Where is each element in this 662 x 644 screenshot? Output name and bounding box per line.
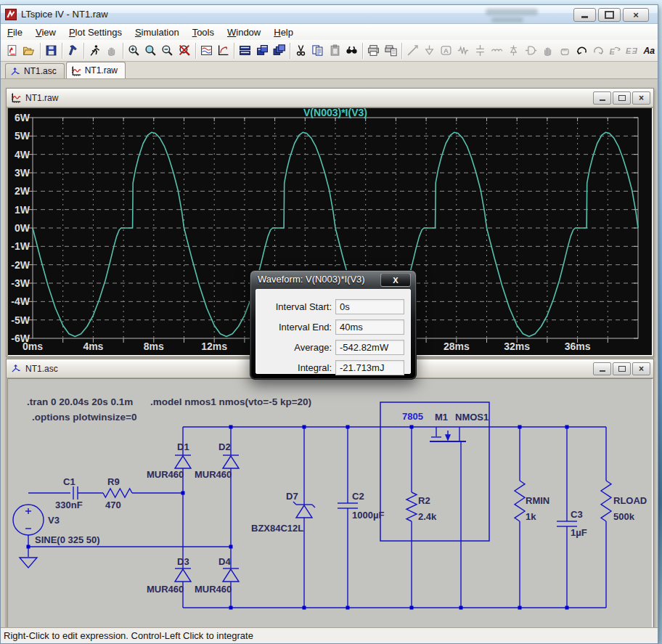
resistor-symbol[interactable] xyxy=(406,492,417,521)
axis-settings-button[interactable] xyxy=(215,42,232,60)
menu-item-view[interactable]: View xyxy=(29,25,62,39)
spice-directive[interactable]: .model nmos1 nmos(vto=-5 kp=20) xyxy=(150,396,311,407)
maximize-icon xyxy=(605,11,614,19)
control-panel-button[interactable] xyxy=(65,42,81,60)
sch-label-rmin[interactable]: RMIN xyxy=(526,495,549,506)
sch-label-2-4k[interactable]: 2.4k xyxy=(418,511,437,522)
ground-symbol[interactable] xyxy=(20,558,37,568)
zener-tail[interactable] xyxy=(293,502,296,505)
minimize-button[interactable] xyxy=(593,362,611,375)
sch-label-500k[interactable]: 500k xyxy=(613,511,635,522)
sch-label-mur460[interactable]: MUR460 xyxy=(195,584,232,595)
close-button[interactable]: × xyxy=(632,362,650,375)
junction-dot xyxy=(565,606,569,610)
dialog-field-value[interactable]: 0s xyxy=(335,299,404,314)
tile-horizontal-icon xyxy=(239,44,251,57)
tab-nt1-raw[interactable]: NT1.raw xyxy=(66,62,126,78)
text-button[interactable]: Aa xyxy=(641,42,658,60)
waveform-stats-dialog[interactable]: Waveform: V(N003)*I(V3) X Interval Start… xyxy=(250,270,417,380)
sch-label-nmos1[interactable]: NMOS1 xyxy=(455,412,489,423)
waveform-window-title-bar[interactable]: NT1.raw × xyxy=(7,89,653,107)
text-icon: Aa xyxy=(643,44,655,57)
sch-label-d2[interactable]: D2 xyxy=(218,441,231,452)
diode-symbol[interactable] xyxy=(175,569,191,582)
sch-label-r2[interactable]: R2 xyxy=(418,495,430,506)
maximize-button[interactable] xyxy=(613,91,631,105)
schematic-canvas[interactable]: .tran 0 20.04s 20s 0.1m.options plotwins… xyxy=(7,378,653,627)
zoom-off-button[interactable] xyxy=(176,42,192,60)
sch-label-r9[interactable]: R9 xyxy=(107,476,120,487)
resistor-symbol[interactable] xyxy=(515,481,525,521)
menu-item-file[interactable]: File xyxy=(1,25,29,39)
sch-label-1000-f[interactable]: 1000µF xyxy=(352,510,384,521)
zoom-out-button[interactable] xyxy=(159,42,176,60)
sch-label-rload[interactable]: RLOAD xyxy=(613,495,647,506)
sch-label-mur460[interactable]: MUR460 xyxy=(147,584,184,595)
new-schematic-button[interactable] xyxy=(4,42,20,60)
minimize-button[interactable] xyxy=(593,91,611,105)
resistor-symbol[interactable] xyxy=(601,481,611,521)
undo-button[interactable] xyxy=(573,42,589,60)
spice-directive[interactable]: .options plotwinsize=0 xyxy=(32,412,136,423)
sch-label-c1[interactable]: C1 xyxy=(63,476,75,487)
find-button[interactable] xyxy=(343,42,360,60)
menu-item-help[interactable]: Help xyxy=(267,25,300,39)
toolbar-separator xyxy=(401,43,402,59)
sch-label-470[interactable]: 470 xyxy=(105,500,121,510)
sch-label-bzx84c12l[interactable]: BZX84C12L xyxy=(251,523,303,534)
diode-symbol[interactable] xyxy=(223,456,239,468)
zener-tail[interactable] xyxy=(312,505,315,508)
menu-item-plot-settings[interactable]: Plot Settings xyxy=(62,25,128,39)
print-button[interactable] xyxy=(365,42,382,60)
sch-label-m1[interactable]: M1 xyxy=(435,412,448,423)
diode-symbol[interactable] xyxy=(296,505,312,518)
sch-label-mur460[interactable]: MUR460 xyxy=(195,469,232,480)
sch-label-mur460[interactable]: MUR460 xyxy=(147,469,184,480)
sch-label-c3[interactable]: C3 xyxy=(571,509,583,520)
save-button[interactable] xyxy=(43,42,60,60)
sch-label-330nf[interactable]: 330nF xyxy=(55,500,83,510)
minimize-button[interactable] xyxy=(573,8,596,22)
maximize-button[interactable] xyxy=(613,362,631,375)
sch-label-1-f[interactable]: 1µF xyxy=(571,527,587,538)
menu-item-window[interactable]: Window xyxy=(221,25,267,39)
maximize-button[interactable] xyxy=(598,8,621,22)
waveform-icon xyxy=(11,92,22,103)
dialog-field-value[interactable]: 40ms xyxy=(335,319,404,335)
schematic-wires[interactable] xyxy=(13,402,611,608)
cascade-button[interactable] xyxy=(271,42,287,60)
print-preview-button[interactable] xyxy=(382,42,399,60)
cut-button[interactable] xyxy=(293,42,309,60)
open-file-button[interactable] xyxy=(20,42,37,60)
diode-symbol[interactable] xyxy=(223,569,239,582)
tile-vertical-button[interactable] xyxy=(253,42,270,60)
close-button[interactable]: × xyxy=(623,8,649,22)
open-file-icon xyxy=(23,44,35,57)
zoom-in-button[interactable] xyxy=(126,42,142,60)
sch-label-v3[interactable]: V3 xyxy=(48,515,60,526)
zoom-full-button[interactable] xyxy=(142,42,159,60)
sch-label-c2[interactable]: C2 xyxy=(352,491,364,502)
sch-label-d4[interactable]: D4 xyxy=(218,556,231,567)
menu-item-tools[interactable]: Tools xyxy=(186,25,221,39)
diode-symbol[interactable] xyxy=(175,456,191,468)
dialog-close-button[interactable]: X xyxy=(380,273,411,287)
close-button[interactable]: × xyxy=(632,91,650,105)
title-bar[interactable]: LTspice IV - NT1.raw × xyxy=(1,5,658,24)
sch-label-1k[interactable]: 1k xyxy=(526,511,536,522)
tile-horizontal-button[interactable] xyxy=(237,42,253,60)
menu-item-simulation[interactable]: Simulation xyxy=(128,25,186,39)
sch-label-7805[interactable]: 7805 xyxy=(402,411,423,422)
dialog-field-value[interactable]: -21.713mJ xyxy=(335,360,404,375)
sch-label-sine-0-325-50-[interactable]: SINE(0 325 50) xyxy=(35,534,100,545)
spice-directive[interactable]: .tran 0 20.04s 20s 0.1m xyxy=(27,396,133,407)
tab-nt1-asc[interactable]: NT1.asc xyxy=(5,63,65,78)
autorange-button[interactable] xyxy=(198,42,215,60)
copy-button[interactable] xyxy=(309,42,326,60)
sch-label-d1[interactable]: D1 xyxy=(177,441,189,452)
run-button[interactable] xyxy=(86,42,103,60)
dialog-field-value[interactable]: -542.82mW xyxy=(335,340,404,355)
sch-label-d7[interactable]: D7 xyxy=(286,491,298,502)
resistor-symbol[interactable] xyxy=(103,489,132,497)
sch-label-d3[interactable]: D3 xyxy=(177,556,189,567)
